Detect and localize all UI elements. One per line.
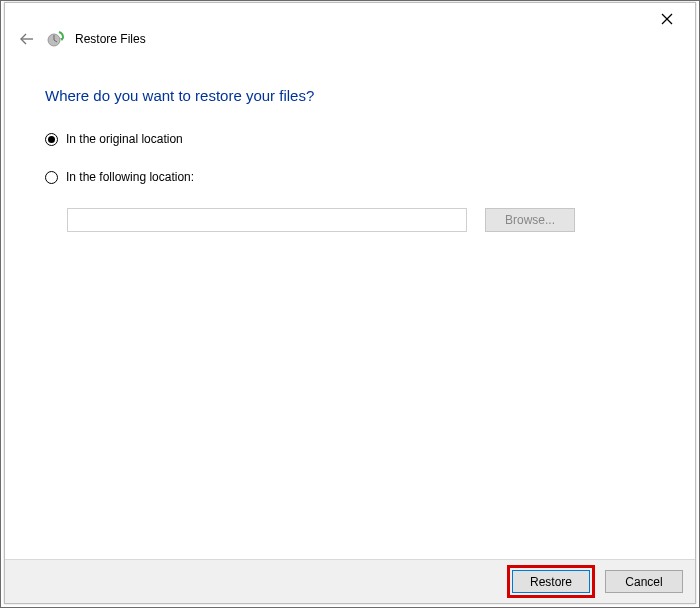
restore-button[interactable]: Restore: [512, 570, 590, 593]
radio-selected-dot: [48, 136, 55, 143]
cancel-button[interactable]: Cancel: [605, 570, 683, 593]
radio-icon: [45, 133, 58, 146]
question-heading: Where do you want to restore your files?: [45, 87, 685, 104]
path-row: Browse...: [67, 208, 685, 232]
cancel-label: Cancel: [625, 575, 662, 589]
close-icon: [660, 12, 674, 26]
restore-files-icon: [47, 30, 65, 48]
radio-original-label: In the original location: [66, 132, 183, 146]
radio-following-location[interactable]: In the following location:: [45, 170, 685, 184]
header-row: Restore Files: [5, 29, 695, 59]
browse-button: Browse...: [485, 208, 575, 232]
radio-original-location[interactable]: In the original location: [45, 132, 685, 146]
restore-label: Restore: [530, 575, 572, 589]
footer-bar: Restore Cancel: [5, 559, 695, 603]
back-arrow-icon[interactable]: [17, 29, 37, 49]
restore-path-input[interactable]: [67, 208, 467, 232]
radio-icon: [45, 171, 58, 184]
radio-following-label: In the following location:: [66, 170, 194, 184]
restore-highlight: Restore: [507, 565, 595, 598]
dialog-frame: Restore Files Where do you want to resto…: [0, 0, 700, 608]
close-button[interactable]: [647, 7, 687, 31]
browse-label: Browse...: [505, 213, 555, 227]
content-area: Where do you want to restore your files?…: [5, 59, 695, 559]
page-title: Restore Files: [75, 32, 146, 46]
svg-marker-4: [60, 38, 64, 41]
restore-files-window: Restore Files Where do you want to resto…: [4, 2, 696, 604]
